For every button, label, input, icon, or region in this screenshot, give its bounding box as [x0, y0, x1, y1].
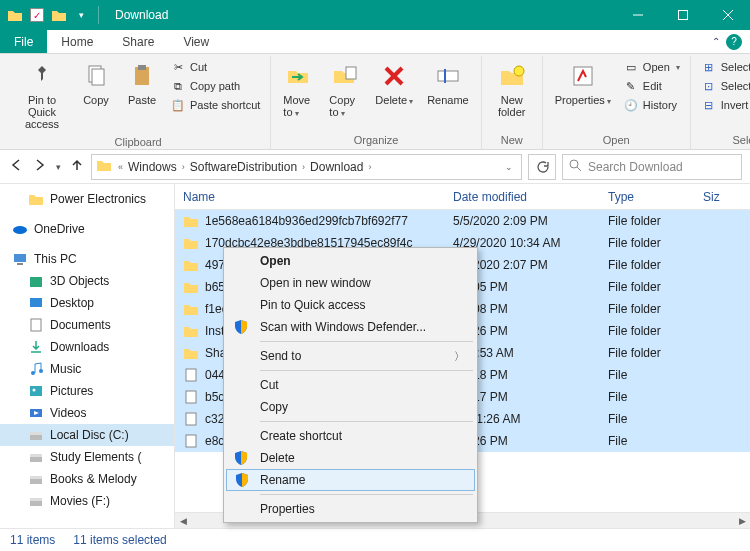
search-box[interactable]: Search Download: [562, 154, 742, 180]
svg-rect-25: [30, 386, 42, 396]
content-area: Power ElectronicsOneDriveThis PC3D Objec…: [0, 184, 750, 528]
folder-icon: [96, 157, 112, 176]
nav-item[interactable]: Videos: [0, 402, 174, 424]
nav-item[interactable]: 3D Objects: [0, 270, 174, 292]
select-all-button[interactable]: ⊞Select all: [697, 58, 750, 76]
table-row[interactable]: 1e568ea6184b936ed299fcb7bf692f775/5/2020…: [175, 210, 750, 232]
context-menu-item[interactable]: Create shortcut: [226, 425, 475, 447]
nav-item[interactable]: This PC: [0, 248, 174, 270]
column-date[interactable]: Date modified: [445, 190, 600, 204]
rename-button[interactable]: Rename: [421, 56, 475, 110]
navigation-pane[interactable]: Power ElectronicsOneDriveThis PC3D Objec…: [0, 184, 175, 528]
nav-item[interactable]: Music: [0, 358, 174, 380]
context-menu-item[interactable]: Open in new window: [226, 272, 475, 294]
copy-button[interactable]: Copy: [74, 56, 118, 110]
svg-rect-30: [30, 457, 42, 462]
scroll-left-button[interactable]: ◀: [175, 513, 191, 529]
svg-point-24: [39, 369, 43, 373]
open-button[interactable]: ▭Open▾: [619, 58, 684, 76]
file-tab[interactable]: File: [0, 30, 47, 53]
maximize-button[interactable]: [660, 0, 705, 30]
context-menu-item[interactable]: Cut: [226, 374, 475, 396]
rename-icon: [432, 60, 464, 92]
share-tab[interactable]: Share: [108, 30, 169, 53]
copy-to-button[interactable]: Copy to▾: [323, 56, 367, 122]
svg-rect-31: [30, 454, 42, 457]
copy-path-button[interactable]: ⧉Copy path: [166, 77, 264, 95]
context-menu[interactable]: OpenOpen in new windowPin to Quick acces…: [223, 247, 478, 523]
open-icon: ▭: [623, 59, 639, 75]
close-button[interactable]: [705, 0, 750, 30]
properties-button[interactable]: Properties▾: [549, 56, 617, 110]
refresh-button[interactable]: [528, 154, 556, 180]
copy-icon: [80, 60, 112, 92]
address-dropdown[interactable]: ⌄: [505, 162, 517, 172]
context-menu-item[interactable]: Delete: [226, 447, 475, 469]
nav-item[interactable]: Desktop: [0, 292, 174, 314]
svg-rect-36: [186, 369, 196, 381]
new-folder-button[interactable]: New folder: [488, 56, 536, 122]
chevron-up-icon[interactable]: ⌃: [712, 36, 720, 47]
history-icon: 🕘: [623, 97, 639, 113]
view-tab[interactable]: View: [169, 30, 224, 53]
item-count: 11 items: [10, 533, 55, 547]
qat-checkbox-icon[interactable]: ✓: [28, 6, 46, 24]
nav-item[interactable]: Documents: [0, 314, 174, 336]
drive-icon: [28, 427, 44, 443]
nav-item[interactable]: Study Elements (: [0, 446, 174, 468]
nav-item[interactable]: Power Electronics: [0, 188, 174, 210]
nav-item[interactable]: Local Disc (C:): [0, 424, 174, 446]
properties-icon: [567, 60, 599, 92]
minimize-button[interactable]: [615, 0, 660, 30]
nav-item[interactable]: OneDrive: [0, 218, 174, 240]
nav-item[interactable]: Books & Melody: [0, 468, 174, 490]
scroll-right-button[interactable]: ▶: [734, 513, 750, 529]
context-menu-item[interactable]: Pin to Quick access: [226, 294, 475, 316]
file-icon: [183, 389, 199, 405]
context-menu-item[interactable]: Send to〉: [226, 345, 475, 367]
column-size[interactable]: Siz: [695, 190, 750, 204]
context-menu-item[interactable]: Properties: [226, 498, 475, 520]
up-button[interactable]: [69, 157, 85, 176]
qat-overflow-icon[interactable]: ▾: [72, 6, 90, 24]
pin-quick-access-button[interactable]: Pin to Quick access: [12, 56, 72, 134]
paste-button[interactable]: Paste: [120, 56, 164, 110]
nav-item[interactable]: Movies (F:): [0, 490, 174, 512]
recent-dropdown[interactable]: ▾: [56, 162, 61, 172]
onedrive-icon: [12, 221, 28, 237]
folder-icon: [183, 257, 199, 273]
invert-selection-button[interactable]: ⊟Invert selection: [697, 96, 750, 114]
context-menu-item[interactable]: Copy: [226, 396, 475, 418]
column-type[interactable]: Type: [600, 190, 695, 204]
cut-button[interactable]: ✂Cut: [166, 58, 264, 76]
context-menu-item[interactable]: Open: [226, 250, 475, 272]
column-headers[interactable]: Name Date modified Type Siz: [175, 184, 750, 210]
help-icon[interactable]: ?: [726, 34, 742, 50]
uac-icon: [232, 449, 250, 467]
folder-icon: [183, 301, 199, 317]
file-icon: [183, 367, 199, 383]
file-icon: [183, 411, 199, 427]
history-button[interactable]: 🕘History: [619, 96, 684, 114]
move-to-button[interactable]: Move to▾: [277, 56, 321, 122]
ribbon-organize: Move to▾ Copy to▾ Delete▾ Rename Organiz…: [271, 56, 481, 149]
context-menu-item[interactable]: Rename: [226, 469, 475, 491]
qat-folder-icon[interactable]: [50, 6, 68, 24]
column-name[interactable]: Name: [175, 190, 445, 204]
select-none-button[interactable]: ⊡Select none: [697, 77, 750, 95]
paste-shortcut-button[interactable]: 📋Paste shortcut: [166, 96, 264, 114]
new-folder-icon: [496, 60, 528, 92]
forward-button[interactable]: [32, 157, 48, 176]
delete-button[interactable]: Delete▾: [369, 56, 419, 110]
svg-rect-39: [186, 435, 196, 447]
home-tab[interactable]: Home: [47, 30, 108, 53]
edit-button[interactable]: ✎Edit: [619, 77, 684, 95]
address-bar[interactable]: « Windows› SoftwareDistribution› Downloa…: [91, 154, 522, 180]
back-button[interactable]: [8, 157, 24, 176]
context-menu-item[interactable]: Scan with Windows Defender...: [226, 316, 475, 338]
nav-item[interactable]: Downloads: [0, 336, 174, 358]
svg-rect-8: [346, 67, 356, 79]
nav-item[interactable]: Pictures: [0, 380, 174, 402]
select-all-icon: ⊞: [701, 59, 717, 75]
svg-rect-7: [138, 65, 146, 70]
